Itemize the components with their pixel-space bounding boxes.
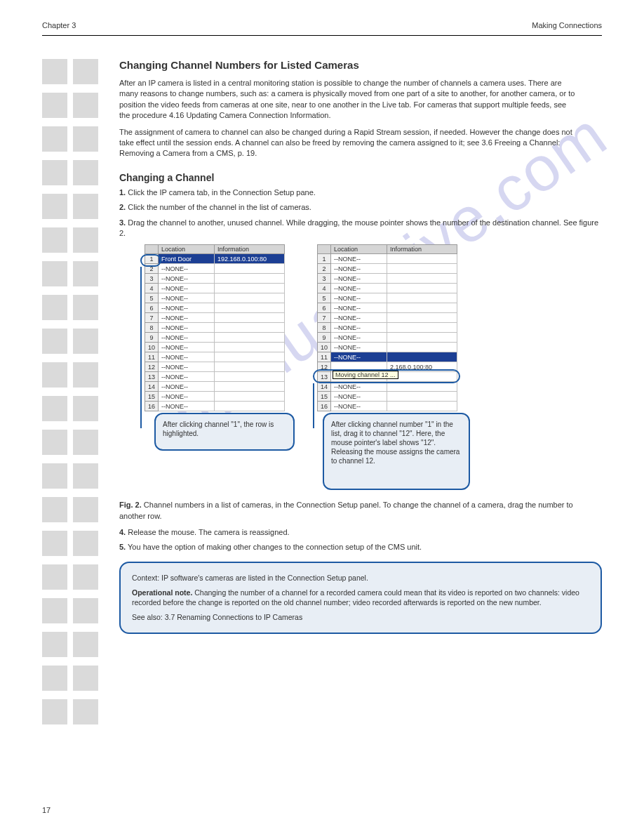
table-row[interactable]: 16--NONE-- bbox=[318, 402, 457, 411]
callout-box-right: After clicking channel number "1" in the… bbox=[323, 413, 470, 490]
step-5-num: 5. bbox=[119, 543, 126, 551]
deco-square bbox=[73, 666, 98, 691]
deco-square bbox=[42, 598, 67, 623]
deco-square bbox=[73, 93, 98, 118]
deco-square bbox=[42, 463, 67, 489]
intro-paragraph-2: The assignment of camera to channel can … bbox=[119, 127, 575, 159]
deco-square bbox=[73, 295, 98, 320]
deco-square bbox=[42, 632, 67, 657]
table-row[interactable]: 10--NONE-- bbox=[145, 343, 285, 352]
table-row[interactable]: 5--NONE-- bbox=[318, 293, 457, 303]
note-op-text: Changing the number of a channel for a r… bbox=[132, 588, 579, 607]
figure-label: Fig. 2. bbox=[119, 501, 142, 509]
table-row[interactable]: 14--NONE-- bbox=[145, 382, 285, 392]
operational-note-box: Context: IP software's cameras are liste… bbox=[119, 562, 602, 634]
deco-square bbox=[42, 396, 67, 421]
deco-square bbox=[73, 497, 98, 522]
table-row[interactable]: 15--NONE-- bbox=[318, 392, 457, 402]
deco-square bbox=[42, 497, 67, 522]
deco-square bbox=[73, 564, 98, 590]
deco-square bbox=[42, 329, 67, 354]
table-row[interactable]: 3--NONE-- bbox=[145, 274, 285, 284]
table-row[interactable]: 4--NONE-- bbox=[318, 284, 457, 293]
deco-square bbox=[42, 93, 67, 118]
table-row[interactable]: 7--NONE-- bbox=[145, 313, 285, 323]
table-row[interactable]: 9--NONE-- bbox=[318, 333, 457, 343]
table-row[interactable]: 9--NONE-- bbox=[145, 333, 285, 343]
deco-square bbox=[42, 430, 67, 455]
deco-square bbox=[42, 295, 67, 320]
table-row[interactable]: 2--NONE-- bbox=[318, 264, 457, 274]
step-1-num: 1. bbox=[119, 188, 126, 197]
step-3-num: 3. bbox=[119, 218, 126, 227]
step-2-num: 2. bbox=[119, 203, 126, 211]
page-number: 17 bbox=[42, 806, 51, 814]
table-row[interactable]: 8--NONE-- bbox=[318, 323, 457, 333]
deco-square bbox=[73, 531, 98, 556]
note-context: Context: IP software's cameras are liste… bbox=[132, 573, 589, 583]
page-header: Chapter 3 Making Connections bbox=[42, 21, 602, 29]
deco-square bbox=[73, 126, 98, 152]
table-row[interactable]: 4--NONE-- bbox=[145, 284, 285, 293]
col-num bbox=[145, 245, 159, 254]
table-header-row: Location Information bbox=[145, 245, 285, 254]
deco-square bbox=[73, 59, 98, 84]
table-row[interactable]: 7--NONE-- bbox=[318, 313, 457, 323]
col-information: Information bbox=[215, 245, 285, 254]
step-2-text: Click the number of the channel in the l… bbox=[126, 203, 311, 211]
table-row[interactable]: 13--NONE-- bbox=[145, 372, 285, 382]
step-4-text: Release the mouse. The camera is reassig… bbox=[126, 528, 289, 536]
deco-square bbox=[42, 126, 67, 152]
table-row[interactable]: 8--NONE-- bbox=[145, 323, 285, 333]
table-row[interactable]: 11--NONE-- bbox=[318, 352, 457, 362]
step-4-num: 4. bbox=[119, 528, 126, 536]
col-information: Information bbox=[387, 245, 457, 254]
deco-square bbox=[42, 227, 67, 253]
deco-square bbox=[73, 430, 98, 455]
intro-paragraph-1: After an IP camera is listed in a centra… bbox=[119, 78, 575, 121]
table-row[interactable]: 16--NONE-- bbox=[145, 402, 285, 411]
table-row[interactable]: 1--NONE-- bbox=[318, 254, 457, 264]
table-row[interactable]: 5--NONE-- bbox=[145, 293, 285, 303]
callout-ring-left bbox=[140, 254, 161, 267]
deco-square bbox=[73, 396, 98, 421]
deco-square bbox=[73, 160, 98, 185]
table-row[interactable]: 6--NONE-- bbox=[145, 303, 285, 313]
channel-table-right: Moving channel 12 ... Location Informati… bbox=[317, 244, 457, 411]
deco-square bbox=[42, 564, 67, 590]
table-row[interactable]: 6--NONE-- bbox=[318, 303, 457, 313]
table-row[interactable]: 2--NONE-- bbox=[145, 264, 285, 274]
col-num bbox=[318, 245, 331, 254]
callout-box-left: After clicking channel "1", the row is h… bbox=[154, 413, 295, 451]
figure-caption: Channel numbers in a list of cameras, in… bbox=[119, 501, 573, 519]
deco-square bbox=[42, 194, 67, 219]
table-row[interactable]: 1Front Door192.168.0.100:80 bbox=[145, 254, 285, 264]
sidebar-squares bbox=[42, 59, 98, 724]
deco-square bbox=[42, 531, 67, 556]
step-3-text: Drag the channel to another, unused chan… bbox=[119, 218, 598, 237]
subsection-heading: Changing a Channel bbox=[119, 172, 602, 183]
deco-square bbox=[73, 227, 98, 253]
table-row[interactable]: 12--NONE-- bbox=[145, 362, 285, 372]
callout-line-right bbox=[313, 383, 314, 428]
deco-square bbox=[42, 160, 67, 185]
section-heading: Changing Channel Numbers for Listed Came… bbox=[119, 59, 602, 71]
step-1-text: Click the IP camera tab, in the Connecti… bbox=[126, 188, 316, 197]
main-content: Changing Channel Numbers for Listed Came… bbox=[119, 59, 602, 634]
header-right: Making Connections bbox=[532, 21, 602, 29]
table-header-row: Location Information bbox=[318, 245, 457, 254]
deco-square bbox=[73, 329, 98, 354]
table-row[interactable]: 11--NONE-- bbox=[145, 352, 285, 362]
deco-square bbox=[73, 362, 98, 388]
table-row[interactable]: 10--NONE-- bbox=[318, 343, 457, 352]
header-rule bbox=[42, 35, 602, 36]
table-row[interactable]: 15--NONE-- bbox=[145, 392, 285, 402]
deco-square bbox=[73, 261, 98, 286]
deco-square bbox=[73, 598, 98, 623]
drag-tooltip: Moving channel 12 ... bbox=[333, 371, 398, 379]
table-row[interactable]: 3--NONE-- bbox=[318, 274, 457, 284]
callout-line-left bbox=[140, 267, 142, 428]
step-5-text: You have the option of making other chan… bbox=[126, 543, 422, 551]
deco-square bbox=[42, 666, 67, 691]
note-see-also: See also: 3.7 Renaming Connections to IP… bbox=[132, 612, 589, 623]
